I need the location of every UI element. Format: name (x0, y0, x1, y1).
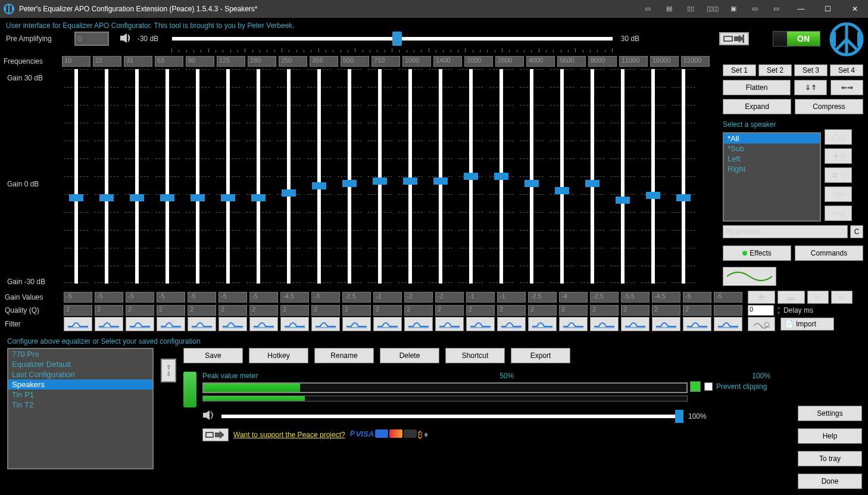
eq-thumb[interactable] (373, 178, 387, 185)
quality-input-2[interactable]: 2 (126, 305, 154, 316)
reorder-buttons[interactable]: ⇧⇩ (161, 359, 176, 382)
eq-thumb[interactable] (99, 194, 114, 201)
filter-button-9[interactable] (342, 317, 371, 331)
freq-input-17[interactable]: 8000 (588, 56, 617, 67)
freq-input-3[interactable]: 63 (155, 56, 183, 67)
filter-button-14[interactable] (497, 317, 526, 331)
eq-slider-2800[interactable] (487, 69, 516, 284)
save-button[interactable]: Save (183, 348, 243, 363)
quality-input-4[interactable]: 2 (188, 305, 216, 316)
eq-slider-90[interactable] (183, 69, 212, 284)
filter-button-13[interactable] (466, 317, 495, 331)
eq-thumb[interactable] (433, 178, 448, 185)
gain-input-4[interactable]: -5 (188, 292, 216, 303)
eq-thumb[interactable] (403, 178, 417, 185)
freq-input-20[interactable]: 22000 (681, 56, 710, 67)
eq-slider-4000[interactable] (517, 69, 546, 284)
filter-button-6[interactable] (249, 317, 278, 331)
gain-input-8[interactable]: -3 (311, 292, 340, 303)
eq-slider-2000[interactable] (457, 69, 485, 284)
filter-button-16[interactable] (559, 317, 588, 331)
gain-input-12[interactable]: -2 (435, 292, 464, 303)
freq-input-5[interactable]: 125 (217, 56, 245, 67)
eq-slider-710[interactable] (366, 69, 394, 284)
freq-input-12[interactable]: 1400 (433, 56, 462, 67)
to-tray-button[interactable]: To tray (798, 451, 862, 466)
quality-input-19[interactable]: 2 (652, 305, 680, 316)
eq-slider-180[interactable] (244, 69, 273, 284)
quality-input-5[interactable]: 2 (218, 305, 247, 316)
rename-button[interactable]: Rename (314, 348, 374, 363)
freq-input-2[interactable]: 31 (124, 56, 152, 67)
filter-button-1[interactable] (95, 317, 123, 331)
preamp-thumb[interactable] (392, 32, 402, 46)
gain-input-11[interactable]: -2 (404, 292, 433, 303)
gain-input-7[interactable]: -4.5 (280, 292, 309, 303)
freq-input-10[interactable]: 710 (371, 56, 400, 67)
filter-button-8[interactable] (311, 317, 340, 331)
help-button[interactable]: Help (798, 428, 862, 444)
speaker-icon[interactable] (120, 33, 132, 45)
quality-input-20[interactable]: 2 (683, 305, 711, 316)
gain-plus-button[interactable]: ✚ (748, 291, 775, 304)
tb-icon-5[interactable]: ▣ (728, 5, 739, 13)
preamp-slider[interactable] (172, 37, 613, 41)
support-link[interactable]: Want to support the Peace project? (233, 431, 345, 439)
eq-slider-8000[interactable] (578, 69, 607, 284)
volume-icon[interactable] (202, 410, 216, 422)
gain-input-10[interactable]: -2 (373, 292, 402, 303)
volume-slider[interactable] (221, 415, 680, 418)
tb-icon-6[interactable]: ▭ (750, 5, 760, 13)
eq-slider-125[interactable] (214, 69, 242, 284)
filter-button-0[interactable] (64, 317, 92, 331)
settings-button[interactable]: Settings (798, 406, 862, 421)
filter-button-7[interactable] (280, 317, 309, 331)
freq-input-7[interactable]: 250 (279, 56, 307, 67)
filter-button-21[interactable] (714, 317, 742, 331)
tb-icon-2[interactable]: ▤ (664, 5, 675, 13)
filter-button-4[interactable] (188, 317, 216, 331)
eq-slider-1000[interactable] (396, 69, 424, 284)
gain-prev-button[interactable]: ⇦ (807, 291, 829, 304)
freq-input-1[interactable]: 22 (93, 56, 121, 67)
eq-thumb[interactable] (616, 197, 630, 204)
power-switch[interactable]: ON (773, 31, 820, 46)
quality-input-13[interactable]: 2 (466, 305, 495, 316)
freq-input-0[interactable]: 10 (62, 56, 90, 67)
freq-input-14[interactable]: 2800 (495, 56, 524, 67)
delay-input[interactable]: 0 (748, 305, 774, 316)
quality-input-9[interactable]: 2 (342, 305, 371, 316)
eq-thumb[interactable] (524, 180, 539, 187)
quality-input-6[interactable]: 2 (249, 305, 278, 316)
filter-button-18[interactable] (621, 317, 650, 331)
quality-input-3[interactable]: 2 (157, 305, 185, 316)
eq-slider-31[interactable] (123, 69, 151, 284)
delete-button[interactable]: Delete (380, 348, 439, 363)
quality-input-11[interactable]: 2 (404, 305, 433, 316)
eq-thumb[interactable] (676, 194, 691, 201)
gain-input-15[interactable]: -2.5 (528, 292, 557, 303)
export-button[interactable]: Export (511, 348, 570, 363)
filter-button-19[interactable] (652, 317, 680, 331)
gain-input-16[interactable]: -4 (559, 292, 588, 303)
quality-input-0[interactable]: 2 (64, 305, 92, 316)
quality-input-15[interactable]: 2 (528, 305, 557, 316)
tb-icon-3[interactable]: ▯▯ (685, 5, 696, 13)
freq-input-15[interactable]: 4000 (526, 56, 555, 67)
eq-slider-250[interactable] (274, 69, 303, 284)
gain-minus-button[interactable]: ▬ (778, 291, 805, 304)
gain-input-13[interactable]: -1 (466, 292, 495, 303)
eq-slider-10[interactable] (62, 69, 90, 284)
gain-input-6[interactable]: -5 (249, 292, 278, 303)
filter-button-20[interactable] (683, 317, 711, 331)
freq-input-11[interactable]: 1000 (402, 56, 431, 67)
hotkey-button[interactable]: Hotkey (249, 348, 308, 363)
freq-input-4[interactable]: 90 (186, 56, 214, 67)
quality-input-18[interactable]: 2 (621, 305, 650, 316)
tb-icon-4[interactable]: ◫◫ (707, 5, 717, 13)
gain-input-18[interactable]: -5.5 (621, 292, 650, 303)
eq-slider-22000[interactable] (669, 69, 698, 284)
freq-input-16[interactable]: 5600 (557, 56, 586, 67)
eq-thumb[interactable] (312, 182, 326, 189)
freq-input-19[interactable]: 16000 (650, 56, 679, 67)
